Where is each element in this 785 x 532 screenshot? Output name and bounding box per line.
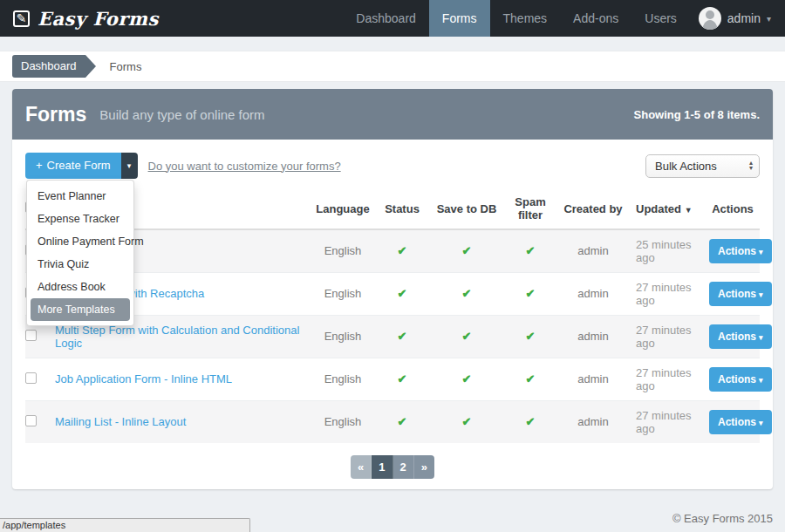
col-header-actions: Actions [706,188,760,229]
breadcrumb-dashboard[interactable]: Dashboard [12,55,85,78]
page-next-button[interactable]: » [414,455,434,479]
col-header-language: Language [311,188,374,229]
menu-item-expense-tracker[interactable]: Expense Tracker [27,208,133,230]
caret-down-icon: ▾ [127,161,132,170]
chevron-down-icon: ▾ [767,14,771,24]
panel-body: + Create Form ▾ Do you want to customize… [12,140,773,489]
save-db-check-icon: ✔ [462,415,472,428]
status-check-icon: ✔ [398,330,407,343]
forms-panel: Forms Build any type of online form Show… [12,89,773,489]
nav-item-themes[interactable]: Themes [490,0,561,37]
status-check-icon: ✔ [398,287,407,300]
created-by-cell: admin [557,272,629,315]
col-header-spam-filter: Spam filter [503,188,557,229]
table-row: Job Application Form - Inline HTML Engli… [25,358,760,400]
nav-item-dashboard[interactable]: Dashboard [343,0,429,37]
actions-button[interactable]: Actions▾ [709,367,772,392]
select-arrows-icon: ▴▾ [749,160,753,171]
create-form-split-button: + Create Form ▾ [25,153,138,179]
table-header-row: Language Status Save to DB Spam filter C… [25,188,760,229]
col-header-updated[interactable]: Updated ▼ [629,188,706,229]
menu-item-address-book[interactable]: Address Book [27,276,133,298]
status-check-icon: ✔ [398,372,407,385]
created-by-cell: admin [557,229,629,272]
top-navbar: ✎ Easy Forms Dashboard Forms Themes Add-… [0,0,785,37]
caret-down-icon: ▾ [759,376,763,385]
bulk-actions-value: Bulk Actions [655,160,717,173]
breadcrumb: Dashboard Forms [0,51,785,82]
menu-item-trivia-quiz[interactable]: Trivia Quiz [27,253,133,276]
page-1-button[interactable]: 1 [372,455,392,479]
create-form-dropdown-toggle[interactable]: ▾ [121,153,138,179]
actions-button[interactable]: Actions▾ [709,324,772,349]
items-summary: Showing 1-5 of 8 items. [634,108,760,121]
menu-item-event-planner[interactable]: Event Planner [27,185,133,208]
page-2-button[interactable]: 2 [393,455,414,479]
panel-header: Forms Build any type of online form Show… [12,89,773,140]
form-title-link[interactable]: Mailing List - Inline Layout [55,415,186,428]
save-db-check-icon: ✔ [462,287,472,300]
col-header-save-to-db: Save to DB [430,188,503,229]
form-title-link[interactable]: Job Application Form - Inline HTML [55,372,232,385]
browser-status-bar: /app/templates [0,518,250,532]
nav-item-users[interactable]: Users [631,0,690,37]
save-db-check-icon: ✔ [462,244,472,257]
plus-icon: + [36,153,43,179]
table-row: Multi Step Form with Calculation and Con… [25,315,760,358]
page-prev-button[interactable]: « [351,455,372,479]
language-cell: English [311,358,374,400]
updated-cell: 25 minutes ago [629,229,706,272]
nav-item-addons[interactable]: Add-ons [560,0,631,37]
customize-forms-link[interactable]: Do you want to customize your forms? [148,160,341,173]
language-cell: English [311,272,374,315]
row-checkbox[interactable] [25,415,37,426]
nav-item-forms[interactable]: Forms [429,0,490,37]
menu-item-more-templates[interactable]: More Templates [31,298,130,321]
spam-check-icon: ✔ [526,330,536,343]
caret-down-icon: ▾ [759,333,763,342]
actions-button[interactable]: Actions▾ [709,282,772,306]
updated-cell: 27 minutes ago [629,358,706,400]
breadcrumb-current: Forms [110,60,142,73]
user-menu[interactable]: admin ▾ [690,0,785,37]
status-check-icon: ✔ [398,244,407,257]
user-name: admin [727,11,761,25]
col-header-status: Status [374,188,430,229]
form-title-link[interactable]: Multi Step Form with Calculation and Con… [55,324,299,350]
created-by-cell: admin [557,400,629,443]
save-db-check-icon: ✔ [462,372,472,385]
main-nav: Dashboard Forms Themes Add-ons Users adm… [343,0,785,37]
updated-cell: 27 minutes ago [629,272,706,315]
updated-cell: 27 minutes ago [629,315,706,358]
bulk-actions-select[interactable]: Bulk Actions ▴▾ [645,154,760,178]
pencil-square-icon: ✎ [13,10,30,27]
toolbar: + Create Form ▾ Do you want to customize… [25,153,760,179]
pagination: « 1 2 » [25,455,760,479]
spam-check-icon: ✔ [526,244,536,257]
actions-button[interactable]: Actions▾ [709,239,772,263]
brand-title: Easy Forms [38,8,159,30]
language-cell: English [311,229,374,272]
language-cell: English [311,400,374,443]
caret-down-icon: ▾ [759,419,763,427]
created-by-cell: admin [557,358,629,400]
row-checkbox[interactable] [25,372,37,384]
actions-button[interactable]: Actions▾ [709,410,772,434]
sort-desc-icon: ▼ [685,206,693,215]
save-db-check-icon: ✔ [462,330,472,343]
row-checkbox[interactable] [25,330,37,341]
brand-logo[interactable]: ✎ Easy Forms [0,0,172,37]
create-form-button[interactable]: + Create Form [25,153,121,179]
create-form-dropdown-menu: Event Planner Expense Tracker Online Pay… [26,180,134,326]
status-check-icon: ✔ [398,415,407,428]
spam-check-icon: ✔ [526,372,536,385]
caret-down-icon: ▾ [759,248,763,256]
table-row: Contact Form with Recaptcha English ✔ ✔ … [25,272,760,315]
page-subtitle: Build any type of online form [99,107,264,122]
created-by-cell: admin [557,315,629,358]
caret-down-icon: ▾ [759,290,763,299]
menu-item-online-payment-form[interactable]: Online Payment Form [27,230,133,253]
spam-check-icon: ✔ [526,415,536,428]
col-header-created-by: Created by [557,188,629,229]
forms-table: Language Status Save to DB Spam filter C… [25,188,760,443]
